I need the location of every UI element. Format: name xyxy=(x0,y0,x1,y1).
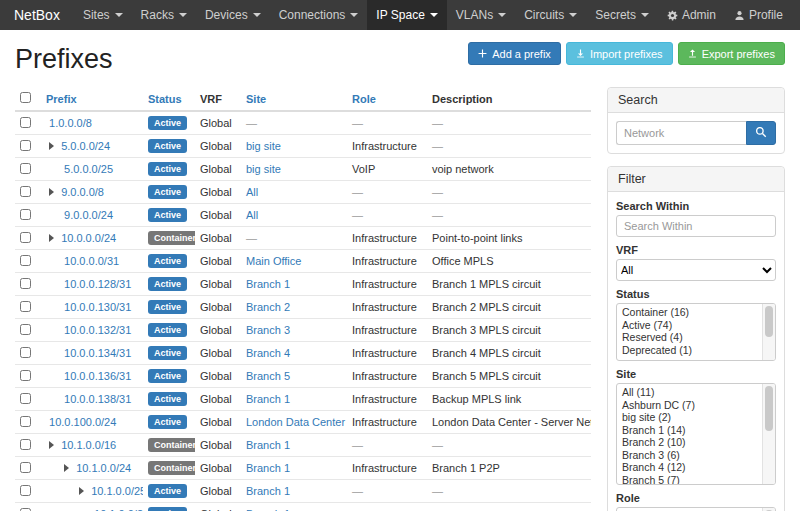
prefix-link[interactable]: 10.1.0.0/16 xyxy=(61,439,116,451)
site-link[interactable]: big site xyxy=(246,140,281,152)
site-link[interactable]: London Data Center xyxy=(246,416,345,428)
expand-caret-icon[interactable] xyxy=(49,188,54,196)
prefix-link[interactable]: 1.0.0.0/8 xyxy=(49,117,92,129)
prefix-link[interactable]: 10.0.0.134/31 xyxy=(64,347,131,359)
site-link[interactable]: Branch 1 xyxy=(246,393,290,405)
row-checkbox[interactable] xyxy=(20,163,31,174)
prefix-link[interactable]: 10.0.0.0/24 xyxy=(61,232,116,244)
role-multiselect[interactable]: Infrastructure (25) Management (8) Priva… xyxy=(616,507,776,511)
row-checkbox[interactable] xyxy=(20,370,31,381)
select-all-checkbox[interactable] xyxy=(20,92,31,103)
status-option[interactable]: Reserved (4) xyxy=(617,331,761,344)
site-link[interactable]: Branch 1 xyxy=(246,462,290,474)
site-link[interactable]: Branch 4 xyxy=(246,347,290,359)
site-link[interactable]: Branch 3 xyxy=(246,324,290,336)
row-checkbox[interactable] xyxy=(20,347,31,358)
nav-menu-item[interactable]: Racks xyxy=(132,0,196,30)
expand-caret-icon[interactable] xyxy=(49,234,54,242)
nav-menu-item[interactable]: Devices xyxy=(196,0,270,30)
prefix-link[interactable]: 10.0.0.138/31 xyxy=(64,393,131,405)
expand-caret-icon[interactable] xyxy=(49,142,54,150)
expand-caret-icon[interactable] xyxy=(79,487,84,495)
brand-logo[interactable]: NetBox xyxy=(0,0,74,30)
expand-caret-icon[interactable] xyxy=(64,464,69,472)
row-checkbox[interactable] xyxy=(20,232,31,243)
nav-menu-item[interactable]: Connections xyxy=(270,0,368,30)
site-multiselect[interactable]: All (11) Ashburn DC (7) big site (2) Bra… xyxy=(616,383,776,485)
site-option[interactable]: Branch 2 (10) xyxy=(617,436,761,449)
export-prefixes-button[interactable]: Export prefixes xyxy=(678,42,785,65)
site-link[interactable]: Branch 1 xyxy=(246,439,290,451)
row-checkbox[interactable] xyxy=(20,301,31,312)
site-link[interactable]: — xyxy=(246,232,257,244)
prefix-link[interactable]: 10.0.0.128/31 xyxy=(64,278,131,290)
profile-link[interactable]: Profile xyxy=(725,0,792,30)
row-checkbox[interactable] xyxy=(20,462,31,473)
prefix-link[interactable]: 5.0.0.0/24 xyxy=(61,140,110,152)
site-link[interactable]: Branch 1 xyxy=(246,278,290,290)
prefix-link[interactable]: 10.0.100.0/24 xyxy=(49,416,116,428)
prefix-link[interactable]: 10.0.0.0/31 xyxy=(64,255,119,267)
row-checkbox[interactable] xyxy=(20,255,31,266)
import-prefixes-button[interactable]: Import prefixes xyxy=(566,42,673,65)
status-multiselect[interactable]: Container (16) Active (74) Reserved (4) … xyxy=(616,303,776,361)
site-option[interactable]: Ashburn DC (7) xyxy=(617,399,761,412)
site-option[interactable]: Branch 5 (7) xyxy=(617,474,761,486)
site-link[interactable]: Main Office xyxy=(246,255,301,267)
vrf-select[interactable]: All xyxy=(616,259,776,281)
column-header[interactable]: Prefix xyxy=(41,87,143,111)
site-link[interactable]: big site xyxy=(246,163,281,175)
status-option[interactable]: Container (16) xyxy=(617,306,761,319)
site-link[interactable]: Branch 5 xyxy=(246,370,290,382)
row-checkbox[interactable] xyxy=(20,416,31,427)
nav-menu-item[interactable]: VLANs xyxy=(447,0,515,30)
prefix-link[interactable]: 9.0.0.0/8 xyxy=(61,186,104,198)
admin-link[interactable]: Admin xyxy=(658,0,725,30)
nav-menu-item[interactable]: Secrets xyxy=(586,0,658,30)
column-header[interactable]: Description xyxy=(427,87,591,111)
row-checkbox[interactable] xyxy=(20,186,31,197)
row-checkbox[interactable] xyxy=(20,117,31,128)
site-link[interactable]: All xyxy=(246,186,258,198)
site-option[interactable]: Branch 3 (6) xyxy=(617,449,761,462)
status-option[interactable]: Deprecated (1) xyxy=(617,344,761,357)
site-option[interactable]: Branch 4 (12) xyxy=(617,461,761,474)
site-link[interactable]: Branch 2 xyxy=(246,301,290,313)
search-input[interactable] xyxy=(616,121,746,145)
prefix-link[interactable]: 10.0.0.130/31 xyxy=(64,301,131,313)
column-header[interactable]: Site xyxy=(241,87,347,111)
nav-menu-item[interactable]: Sites xyxy=(74,0,132,30)
prefix-link[interactable]: 10.1.0.0/24 xyxy=(76,462,131,474)
site-option[interactable]: Branch 1 (14) xyxy=(617,424,761,437)
row-checkbox[interactable] xyxy=(20,209,31,220)
site-link[interactable]: Branch 1 xyxy=(246,485,290,497)
column-header[interactable]: Status xyxy=(143,87,195,111)
logout-link[interactable]: Log out xyxy=(792,0,800,30)
site-option[interactable]: All (11) xyxy=(617,386,761,399)
scrollbar[interactable] xyxy=(762,384,775,484)
nav-menu-item[interactable]: Circuits xyxy=(515,0,586,30)
add-prefix-button[interactable]: Add a prefix xyxy=(468,42,561,65)
site-option[interactable]: big site (2) xyxy=(617,411,761,424)
prefix-link[interactable]: 10.0.0.136/31 xyxy=(64,370,131,382)
status-option[interactable]: Active (74) xyxy=(617,319,761,332)
prefix-link[interactable]: 10.1.0.0/25 xyxy=(91,485,143,497)
row-checkbox[interactable] xyxy=(20,140,31,151)
site-link[interactable]: All xyxy=(246,209,258,221)
nav-menu-item[interactable]: IP Space xyxy=(367,0,446,30)
column-header[interactable]: Role xyxy=(347,87,427,111)
search-within-input[interactable] xyxy=(616,215,776,237)
row-checkbox[interactable] xyxy=(20,508,31,511)
prefix-link[interactable]: 9.0.0.0/24 xyxy=(64,209,113,221)
row-checkbox[interactable] xyxy=(20,324,31,335)
prefix-link[interactable]: 5.0.0.0/25 xyxy=(64,163,113,175)
row-checkbox[interactable] xyxy=(20,485,31,496)
search-button[interactable] xyxy=(746,121,776,145)
site-link[interactable]: — xyxy=(246,117,257,129)
row-checkbox[interactable] xyxy=(20,393,31,404)
row-checkbox[interactable] xyxy=(20,439,31,450)
scrollbar[interactable] xyxy=(762,304,775,360)
column-header[interactable]: VRF xyxy=(195,87,241,111)
expand-caret-icon[interactable] xyxy=(49,441,54,449)
row-checkbox[interactable] xyxy=(20,278,31,289)
